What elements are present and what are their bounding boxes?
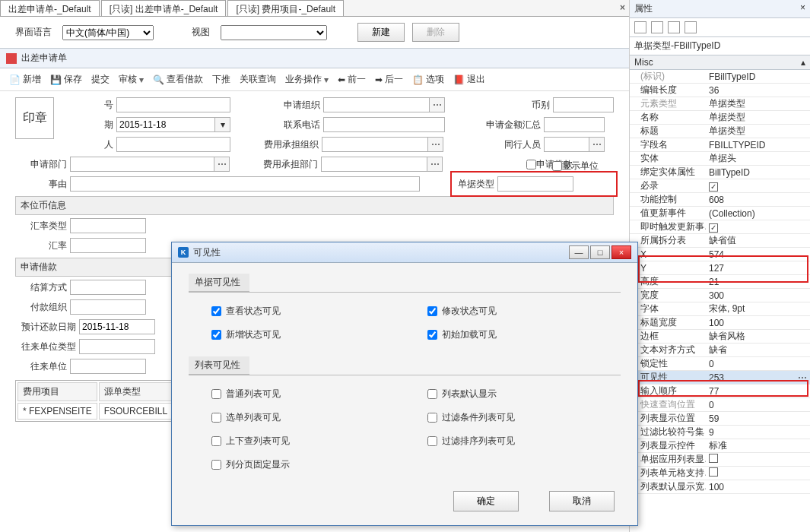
prop-row[interactable]: 文本对齐方式缺省 [630,344,810,357]
check-item[interactable]: 上下查列表可见 [211,435,382,448]
prop-row[interactable]: 标题宽度100 [630,316,810,330]
amountsum-input[interactable] [544,117,605,132]
billno-input[interactable] [116,97,230,112]
check-item[interactable]: 选单列表可见 [211,411,382,424]
prop-row[interactable]: 边框缺省风格 [630,330,810,344]
prop-row[interactable]: 标题单据类型 [630,125,810,138]
applyloan-checkbox[interactable] [526,160,536,169]
payorg-input[interactable] [70,299,146,315]
prop-row[interactable]: 功能控制608 [630,193,810,207]
dialog-ok-button[interactable]: 确定 [453,491,519,511]
toolbar-audit[interactable]: 审核 [116,71,147,87]
prop-row[interactable]: 字段名FBILLTYPEID [630,138,810,152]
prop-row[interactable]: 单据应用列表显… [630,453,810,467]
prop-row[interactable]: 实体单据头 [630,152,810,166]
tab-close-icon[interactable]: × [620,2,625,13]
prop-row[interactable]: 列表显示位置59 [630,412,810,426]
tab-2[interactable]: [只读] 出差申请单-_Default [101,0,227,16]
prop-row[interactable]: X574 [630,248,810,261]
prop-row[interactable]: 列表显示控件标准 [630,439,810,453]
prop-row[interactable]: 编辑长度36 [630,84,810,97]
prop-row[interactable]: 即时触发更新事…✓ [630,220,810,234]
check-item[interactable]: 列表默认显示 [427,388,598,401]
properties-combo[interactable]: 单据类型-FBillTypeID [630,37,810,55]
checkbox[interactable] [211,389,221,399]
costorg-lookup[interactable]: ⋯ [428,137,443,152]
toolbar-options[interactable]: 📋选项 [409,71,447,87]
prop-row[interactable]: 字体宋体, 9pt [630,302,810,316]
properties-close-icon[interactable]: × [800,2,805,15]
date-input[interactable] [116,117,215,132]
prop-row[interactable]: 绑定实体属性BillTypeID [630,166,810,179]
toolbar-next[interactable]: ➡后一 [372,71,406,87]
date-picker-icon[interactable]: ▾ [215,117,230,132]
unittype-input[interactable] [79,339,155,354]
expense-grid[interactable]: 费用项目源单类型 * FEXPENSEITEFSOURCEBILL [15,380,175,422]
lang-select[interactable]: 中文(简体/中国) [62,25,154,40]
applyorg-lookup[interactable]: ⋯ [430,97,445,112]
unit-input[interactable] [70,359,146,374]
toolbar-push[interactable]: 下推 [209,71,233,87]
phone-input[interactable] [323,117,445,132]
check-item[interactable]: 初始加载可见 [427,328,598,341]
toolbar-submit[interactable]: 提交 [88,71,113,87]
check-item[interactable]: 修改状态可见 [427,305,598,318]
check-item[interactable]: 过滤排序列表可见 [427,435,598,448]
prop-row[interactable]: 值更新事件(Collection) [630,207,810,220]
grid-col-source[interactable]: 源单类型 [99,382,173,401]
prop-row[interactable]: 输入顺序77 [630,385,810,398]
new-button[interactable]: 新建 [357,23,405,42]
dept-lookup[interactable]: ⋯ [214,157,230,172]
settle-input[interactable] [70,280,146,295]
table-row[interactable]: * FEXPENSEITEFSOURCEBILL [17,403,173,420]
check-item[interactable]: 新增状态可见 [211,328,382,341]
checkbox[interactable] [427,413,437,423]
toolbar-save[interactable]: 💾保存 [47,71,85,87]
companion-input[interactable] [544,137,589,152]
checkbox[interactable] [211,306,221,316]
showunit-checkbox[interactable] [552,161,562,171]
checkbox[interactable] [211,330,221,340]
checkbox[interactable] [427,389,437,399]
dialog-close-button[interactable]: × [611,245,631,259]
check-item[interactable]: 列分页固定显示 [211,458,382,471]
toolbar-exit[interactable]: 📕退出 [450,71,488,87]
check-item[interactable]: 过滤条件列表可见 [427,411,598,424]
billtype-input[interactable] [497,176,573,192]
prop-tool-3[interactable] [668,21,680,33]
toolbar-assoc[interactable]: 关联查询 [237,71,279,87]
toolbar-bizop[interactable]: 业务操作 [282,71,332,87]
checkbox[interactable] [211,413,221,423]
currency-input[interactable] [553,97,614,112]
checkbox[interactable] [427,330,437,340]
rate-input[interactable] [70,238,146,253]
prop-row[interactable]: 快速查询位置0 [630,398,810,412]
checkbox[interactable] [211,436,221,446]
applyorg-input[interactable] [323,97,430,112]
prop-row[interactable]: 锁定性0 [630,357,810,371]
properties-list[interactable]: (标识)FBillTypeID编辑长度36元素类型单据类型名称单据类型标题单据类… [630,70,810,532]
grid-col-expense[interactable]: 费用项目 [17,382,97,401]
toolbar-checkloan[interactable]: 🔍查看借款 [150,71,206,87]
costorg-input[interactable] [322,137,428,152]
person-input[interactable] [116,137,230,152]
prop-row[interactable]: (标识)FBillTypeID [630,70,810,84]
prop-row[interactable]: 过滤比较符号集9 [630,426,810,439]
checkbox[interactable] [211,460,221,470]
dept-input[interactable] [70,157,214,172]
prop-tool-4[interactable] [685,21,697,33]
prop-tool-1[interactable] [634,21,646,33]
prop-tool-2[interactable] [651,21,663,33]
costdept-lookup[interactable]: ⋯ [427,157,443,172]
dialog-titlebar[interactable]: K 可见性 — □ × [172,242,637,263]
companion-lookup[interactable]: ⋯ [589,137,605,152]
prop-row[interactable]: 列表单元格支持… [630,467,810,480]
properties-section-misc[interactable]: Misc▴ [630,55,810,70]
check-item[interactable]: 查看状态可见 [211,305,382,318]
checkbox[interactable] [427,306,437,316]
dialog-cancel-button[interactable]: 取消 [549,491,615,511]
toolbar-prev[interactable]: ⬅前一 [335,71,369,87]
prop-row[interactable]: 可见性253 ⋯ [630,371,810,385]
prop-row[interactable]: 所属拆分表缺省值 [630,234,810,248]
prop-row[interactable]: 元素类型单据类型 [630,97,810,111]
